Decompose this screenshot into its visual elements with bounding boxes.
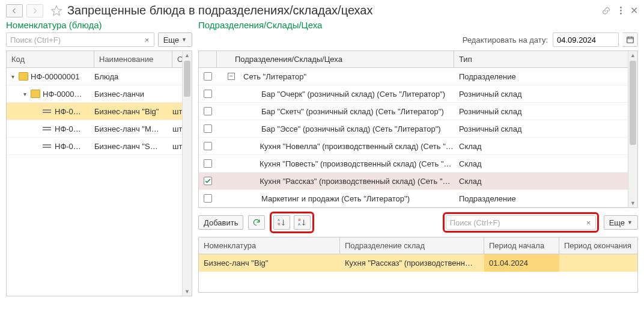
refresh-button[interactable] [248,215,265,230]
dept-row[interactable]: Кухня "Рассказ" (производственный склад)… [199,173,637,190]
dept-row[interactable]: Кухня "Повесть" (производственный склад)… [199,155,637,173]
dept-name: Бар "Скетч" (розничный склад) (Сеть "Лит… [261,107,444,116]
left-section-title: Номенклатура (блюда) [6,20,192,30]
left-more-button[interactable]: Еще ▼ [158,32,192,47]
restrictions-grid: Номенклатура Подразделение склад Период … [198,237,638,293]
mid-search-input[interactable] [446,215,596,230]
name-text: Блюда [94,72,172,81]
dept-row[interactable]: Бар "Очерк" (розничный склад) (Сеть "Лит… [199,85,637,103]
nav-back-button[interactable] [6,4,23,17]
row-checkbox[interactable] [204,124,212,133]
dept-type: Розничный склад [454,124,637,133]
col-nom[interactable]: Номенклатура [199,237,340,254]
row-checkbox[interactable] [204,177,212,185]
dept-name: Бар "Очерк" (розничный склад) (Сеть "Лит… [261,90,445,99]
col-name[interactable]: Наименование [94,51,172,67]
col-from[interactable]: Период начала [484,237,559,254]
folder-icon [31,90,40,98]
svg-text:А: А [278,218,281,222]
date-picker-button[interactable] [622,32,638,47]
close-button[interactable]: ✕ [630,5,638,16]
dept-type: Склад [454,142,637,151]
date-edit-label: Редактировать на дату: [463,35,548,44]
col-to[interactable]: Период окончания [559,237,637,254]
svg-text:Я: Я [299,218,301,222]
dept-type: Склад [454,177,637,186]
mid-more-button[interactable]: Еще ▼ [604,215,638,230]
dept-type: Подразделение [454,194,637,203]
more-menu-icon[interactable] [619,7,622,14]
col-dept-type[interactable]: Тип [454,51,637,67]
left-search-input[interactable] [6,32,154,47]
row-checkbox[interactable] [204,194,212,203]
row-checkbox[interactable] [204,107,212,115]
dept-name: Кухня "Повесть" (производственный склад)… [260,159,454,168]
more-label: Еще [163,35,179,44]
row-checkbox[interactable] [204,142,212,150]
sort-desc-button[interactable]: ЯА [294,215,311,230]
svg-text:Я: Я [278,222,281,226]
row-checkbox[interactable] [204,72,212,81]
row-checkbox[interactable] [204,159,212,168]
collapse-icon[interactable]: − [228,73,235,80]
dept-type: Розничный склад [454,107,637,116]
add-button[interactable]: Добавить [198,215,243,230]
row-checkbox[interactable] [204,90,212,98]
svg-text:А: А [299,222,301,226]
cell-from[interactable]: 01.04.2024 [484,254,559,272]
tree-row[interactable]: НФ-0…Бизнес-ланч "Big"шт [7,103,192,120]
tree-row[interactable]: НФ-0…Бизнес-ланч "S…шт [7,138,192,155]
dept-row[interactable]: Маркетинг и продажи (Сеть "Литератор")По… [199,190,637,207]
dept-type: Склад [454,159,637,168]
link-icon[interactable] [601,6,611,16]
mid-search-clear[interactable]: × [583,216,595,228]
code-text: НФ-0… [55,124,81,133]
dept-name: Кухня "Рассказ" (производственный склад)… [260,177,454,186]
name-text: Бизнес-ланч "S… [94,142,172,151]
col-code[interactable]: Код [7,51,94,67]
code-text: НФ-0000… [43,90,82,99]
mid-search-highlight: × [443,212,599,233]
favorite-star-icon[interactable] [50,5,62,17]
upper-scrollbar[interactable]: ▲ ▼ [628,51,637,207]
folder-icon [19,72,28,81]
item-icon [43,127,51,130]
name-text: Бизнес-ланч "M… [94,124,172,133]
dept-type: Подразделение [454,72,637,81]
restriction-row[interactable]: Бизнес-ланч "Big"Кухня "Рассказ" (произв… [199,254,637,272]
svg-rect-0 [627,37,633,43]
right-section-title: Подразделения/Склады/Цеха [198,20,322,30]
col-dep[interactable]: Подразделение склад [340,237,484,254]
page-title: Запрещенные блюда в подразделениях/склад… [67,4,598,17]
name-text: Бизнес-ланч "Big" [94,107,172,116]
col-dept-name[interactable]: Подразделения/Склады/Цеха [217,51,454,67]
dept-row[interactable]: Бар "Скетч" (розничный склад) (Сеть "Лит… [199,103,637,120]
expander-icon[interactable]: ▾ [21,91,28,97]
date-input[interactable] [553,32,619,47]
sort-buttons-highlight: АЯ ЯА [270,212,314,233]
code-text: НФ-00000001 [31,72,79,81]
dept-name: Бар "Эссе" (розничный склад) (Сеть "Лите… [261,124,441,133]
tree-row[interactable]: НФ-0…Бизнес-ланч "M…шт [7,120,192,138]
chevron-down-icon: ▼ [627,219,633,225]
nav-forward-button[interactable] [26,4,43,17]
expander-icon[interactable]: ▾ [9,73,16,80]
item-icon [43,109,51,113]
item-icon [43,144,51,148]
dept-name: Кухня "Новелла" (производственный склад)… [260,142,454,151]
tree-row[interactable]: ▾НФ-00000001Блюда [7,68,192,85]
col-checkbox [199,51,217,67]
dept-row[interactable]: Кухня "Новелла" (производственный склад)… [199,138,637,155]
dept-row[interactable]: Бар "Эссе" (розничный склад) (Сеть "Лите… [199,120,637,138]
dept-name: Маркетинг и продажи (Сеть "Литератор") [261,194,410,203]
cell-nom: Бизнес-ланч "Big" [199,258,340,268]
dept-name: Сеть "Литератор" [243,72,306,81]
code-text: НФ-0… [55,107,81,116]
departments-grid: Подразделения/Склады/Цеха Тип −Сеть "Лит… [198,50,638,208]
left-search-clear[interactable]: × [141,34,153,46]
tree-row[interactable]: ▾НФ-0000…Бизнес-ланчи [7,85,192,103]
dept-row[interactable]: −Сеть "Литератор"Подразделение [199,68,637,85]
nomenclature-tree: Код Наименование Осн ▾НФ-00000001Блюда▾Н… [6,50,192,296]
left-scrollbar[interactable]: ▲ ▼ [182,51,192,296]
sort-asc-button[interactable]: АЯ [273,215,290,230]
